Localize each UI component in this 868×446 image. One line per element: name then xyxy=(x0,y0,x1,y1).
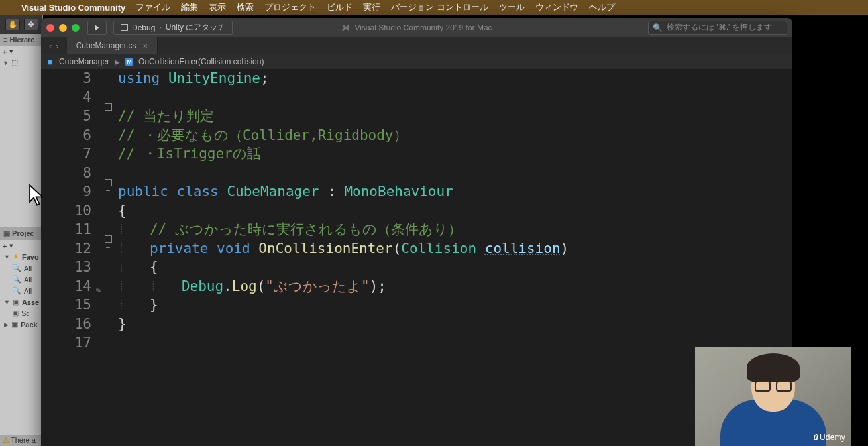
tab-close-icon[interactable]: × xyxy=(142,41,148,51)
code-text[interactable]: ⸽ ⸽ Debug.Log("ぶつかったよ"); xyxy=(113,277,386,296)
code-line[interactable]: 14✎⸽ ⸽ Debug.Log("ぶつかったよ"); xyxy=(41,277,792,296)
config-label: Debug xyxy=(132,23,155,32)
line-number: 11 xyxy=(41,220,103,239)
minimize-window-icon[interactable] xyxy=(59,24,67,32)
webcam-overlay: ûUdemy xyxy=(695,347,851,446)
line-number: 14✎ xyxy=(41,277,103,296)
line-number: 12 xyxy=(41,239,103,258)
code-line[interactable]: 13⸽ { xyxy=(41,258,792,277)
hierarchy-dropdown-icon[interactable]: ▾ xyxy=(9,47,13,56)
line-number: 8 xyxy=(41,164,103,183)
code-editor[interactable]: 3using UnityEngine;45// 当たり判定6// ・必要なもの（… xyxy=(41,69,792,446)
target-icon xyxy=(121,24,128,31)
app-name[interactable]: Visual Studio Community xyxy=(21,3,125,13)
menu-run[interactable]: 実行 xyxy=(363,1,380,13)
menu-edit[interactable]: 編集 xyxy=(181,1,198,13)
target-selector[interactable]: Debug › Unity にアタッチ xyxy=(113,21,233,35)
menu-project[interactable]: プロジェクト xyxy=(264,1,316,13)
menu-version[interactable]: バージョン コントロール xyxy=(391,1,488,13)
all-materials[interactable]: 🔍 All xyxy=(0,262,42,274)
code-line[interactable]: 3using UnityEngine; xyxy=(41,69,792,88)
menu-build[interactable]: ビルド xyxy=(327,1,353,13)
code-line[interactable]: 10{ xyxy=(41,201,792,221)
all-prefabs[interactable]: 🔍 All xyxy=(0,285,42,296)
window-controls xyxy=(46,24,81,32)
code-text[interactable]: // ・必要なもの（Collider,Rigidbody） xyxy=(113,126,407,145)
zoom-window-icon[interactable] xyxy=(72,24,80,32)
code-line[interactable]: 6// ・必要なもの（Collider,Rigidbody） xyxy=(41,126,792,145)
presenter xyxy=(720,347,826,446)
project-panel: ▣ Projec + ▾ ▼★Favo 🔍 All 🔍 All 🔍 All ▼▣… xyxy=(0,227,42,330)
hierarchy-add-icon[interactable]: + xyxy=(3,48,7,56)
breadcrumb-method[interactable]: OnCollisionEnter(Collision collision) xyxy=(138,57,264,66)
method-icon: M xyxy=(125,58,133,66)
breadcrumb-class[interactable]: CubeManager xyxy=(59,57,109,66)
run-button[interactable] xyxy=(87,21,107,35)
file-tab[interactable]: CubeManager.cs × xyxy=(67,37,158,54)
code-line[interactable]: 4 xyxy=(41,88,792,107)
code-text[interactable]: { xyxy=(113,201,127,221)
unity-logo-icon: ⬚ xyxy=(11,58,18,67)
udemy-logo: ûUdemy xyxy=(813,433,845,442)
visual-studio-window: Debug › Unity にアタッチ Visual Studio Commun… xyxy=(41,18,792,446)
attach-label: Unity にアタッチ xyxy=(166,22,226,33)
favorites-label[interactable]: Favo xyxy=(22,253,39,261)
code-line[interactable]: 9public class CubeManager : MonoBehaviou… xyxy=(41,182,792,201)
breadcrumb[interactable]: ◆ CubeManager ▶ M OnCollisionEnter(Colli… xyxy=(41,54,792,69)
unity-editor-sliver: ✋ ✥ ≡ Hierarc + ▾ ▼ ⬚ ▣ Projec + ▾ ▼★Fav… xyxy=(0,15,43,446)
project-add-icon[interactable]: + xyxy=(3,242,7,250)
menu-window[interactable]: ウィンドウ xyxy=(535,1,578,13)
code-text[interactable]: using UnityEngine; xyxy=(113,69,269,88)
code-text[interactable]: ⸽ } xyxy=(113,296,158,315)
class-icon: ◆ xyxy=(45,56,56,67)
code-text[interactable]: ⸽ // ぶつかった時に実行されるもの（条件あり） xyxy=(113,220,462,239)
chevron-right-icon: ▶ xyxy=(115,58,120,66)
project-header[interactable]: ▣ Projec xyxy=(0,227,42,240)
code-text[interactable]: } xyxy=(113,315,127,334)
code-text[interactable]: public class CubeManager : MonoBehaviour xyxy=(113,182,453,201)
code-line[interactable]: 15⸽ } xyxy=(41,296,792,315)
scripts-folder[interactable]: ▣ Sc xyxy=(0,307,42,319)
nav-forward-icon[interactable]: › xyxy=(56,41,58,51)
code-text[interactable]: ⸽ { xyxy=(113,258,158,277)
hand-tool-icon[interactable]: ✋ xyxy=(5,19,20,30)
hierarchy-panel: ≡ Hierarc + ▾ ▼ ⬚ xyxy=(0,34,42,68)
nav-back-icon[interactable]: ‹ xyxy=(49,41,52,51)
project-dropdown-icon[interactable]: ▾ xyxy=(9,241,13,250)
chevron-right-icon: › xyxy=(159,24,161,31)
macos-menubar[interactable]: Visual Studio Community ファイル 編集 表示 検索 プロ… xyxy=(0,0,868,15)
line-number: 3 xyxy=(41,69,103,88)
line-number: 7 xyxy=(41,144,103,164)
line-number: 10 xyxy=(41,201,103,221)
line-number: 13 xyxy=(41,258,103,277)
menu-file[interactable]: ファイル xyxy=(136,1,170,13)
line-number: 16 xyxy=(41,315,103,334)
close-window-icon[interactable] xyxy=(46,24,54,32)
code-line[interactable]: 17 xyxy=(41,333,792,353)
code-line[interactable]: 16} xyxy=(41,315,792,334)
code-line[interactable]: 5// 当たり判定 xyxy=(41,107,792,126)
code-text[interactable]: // ・IsTriggerの話 xyxy=(113,144,261,164)
assets-label[interactable]: Asse xyxy=(22,298,39,306)
line-number: 9 xyxy=(41,182,103,201)
vs-titlebar: Debug › Unity にアタッチ Visual Studio Commun… xyxy=(41,18,792,37)
code-text[interactable]: ⸽ private void OnCollisionEnter(Collisio… xyxy=(113,239,569,258)
menu-tools[interactable]: ツール xyxy=(499,1,525,13)
expand-icon[interactable]: ▼ xyxy=(3,60,9,66)
code-line[interactable]: 7// ・IsTriggerの話 xyxy=(41,144,792,164)
star-icon: ★ xyxy=(13,252,19,261)
all-models[interactable]: 🔍 All xyxy=(0,274,42,285)
code-text[interactable]: // 当たり判定 xyxy=(113,107,214,126)
line-number: 5 xyxy=(41,107,103,126)
code-line[interactable]: 8 xyxy=(41,164,792,183)
menu-search[interactable]: 検索 xyxy=(237,1,254,13)
play-icon xyxy=(95,25,99,31)
code-line[interactable]: 11⸽ // ぶつかった時に実行されるもの（条件あり） xyxy=(41,220,792,239)
move-tool-icon[interactable]: ✥ xyxy=(24,19,38,30)
menu-help[interactable]: ヘルプ xyxy=(589,1,615,13)
search-input[interactable]: 🔍 検索するには '⌘.' を押します xyxy=(648,21,787,35)
menu-view[interactable]: 表示 xyxy=(209,1,226,13)
code-line[interactable]: 12⸽ private void OnCollisionEnter(Collis… xyxy=(41,239,792,258)
hierarchy-header[interactable]: ≡ Hierarc xyxy=(0,34,42,46)
packages-label[interactable]: Pack xyxy=(21,321,38,329)
